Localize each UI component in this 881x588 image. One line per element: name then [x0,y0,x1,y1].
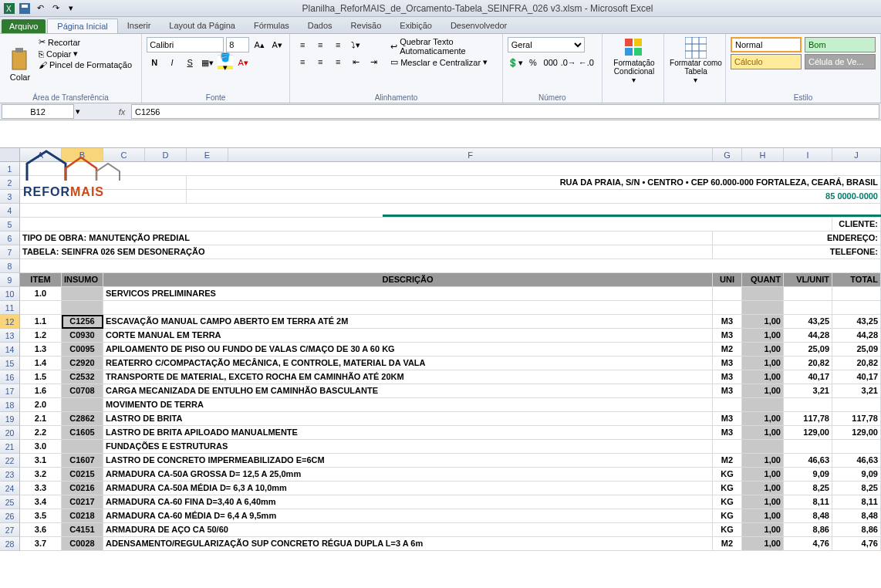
cell[interactable]: ARMADURA CA-60 FINA D=3,40 A 6,40mm [103,495,713,509]
cell[interactable]: 1,00 [742,523,784,537]
cell[interactable]: LASTRO DE CONCRETO IMPERMEABILIZADO E=6C… [103,454,713,468]
tab-desenvolvedor[interactable]: Desenvolvedor [441,19,516,33]
row-header[interactable]: 7 [0,245,20,259]
align-right-button[interactable]: ≡ [330,54,346,69]
row-header[interactable]: 18 [0,398,20,412]
cell[interactable]: C0218 [62,509,103,523]
underline-button[interactable]: S [182,55,197,70]
cell[interactable]: TRANSPORTE DE MATERIAL, EXCETO ROCHA EM … [103,370,713,384]
cell[interactable]: FUNDAÇÕES E ESTRUTURAS [103,440,713,454]
cell[interactable]: 1,00 [742,468,784,482]
cell[interactable]: ITEM [20,273,62,287]
row-header[interactable]: 24 [0,482,20,495]
cell[interactable]: 9,09 [832,468,881,482]
cell[interactable]: SERVICOS PRELIMINARES [103,287,713,301]
cell[interactable]: 2.1 [20,412,62,426]
cell[interactable]: 1.2 [20,329,62,343]
fill-color-button[interactable]: 🪣▾ [218,55,233,70]
cell[interactable]: TELEFONE: [713,245,881,259]
cell[interactable]: 1,00 [742,329,784,343]
format-as-table-button[interactable]: Formatar como Tabela▾ [669,37,723,84]
cell[interactable]: 25,09 [784,343,832,357]
cell[interactable]: ARMADURA DE AÇO CA 50/60 [103,523,713,537]
row-header[interactable]: 5 [0,218,20,231]
orientation-button[interactable]: ⤵▾ [348,37,363,52]
increase-font-button[interactable]: A▴ [251,37,267,52]
cell[interactable]: 8,11 [784,495,832,509]
row-header[interactable]: 14 [0,343,20,357]
qat-dropdown-icon[interactable]: ▾ [65,2,77,15]
name-box[interactable] [2,104,74,119]
cell[interactable]: 1.1 [20,315,62,329]
row-header[interactable]: 4 [0,204,20,218]
cell[interactable]: C2862 [62,412,103,426]
cell[interactable]: KG [713,523,742,537]
align-left-button[interactable]: ≡ [295,54,310,69]
cell[interactable] [742,301,784,315]
cell[interactable] [713,440,742,454]
cell[interactable]: 2.0 [20,398,62,412]
cell[interactable]: 3.5 [20,509,62,523]
cell[interactable]: 129,00 [832,426,881,440]
cell[interactable]: 1,00 [742,454,784,468]
cell[interactable]: 1,00 [742,537,784,551]
cell[interactable]: ESCAVAÇÃO MANUAL CAMPO ABERTO EM TERRA A… [103,315,713,329]
cell[interactable]: 3.2 [20,468,62,482]
copy-button[interactable]: ⎘Copiar ▾ [39,49,132,59]
tab-inserir[interactable]: Inserir [118,19,160,33]
cell[interactable]: CORTE MANUAL EM TERRA [103,329,713,343]
cell[interactable]: 3.0 [20,440,62,454]
cell[interactable]: M2 [713,343,742,357]
cell[interactable]: M3 [713,384,742,398]
cell[interactable]: 1.5 [20,370,62,384]
row-header[interactable]: 22 [0,454,20,468]
cell[interactable]: QUANT [742,273,784,287]
cell[interactable]: 1,00 [742,412,784,426]
decrease-indent-button[interactable]: ⇤ [348,54,363,69]
worksheet-grid[interactable]: ABCDEFGHIJ 12RUA DA PRAIA, S/N • CENTRO … [0,148,881,551]
increase-decimal-button[interactable]: .0→ [561,55,576,70]
cell[interactable] [62,301,103,315]
row-header[interactable]: 15 [0,357,20,370]
cell[interactable]: 1,00 [742,315,784,329]
cell[interactable] [784,398,832,412]
dropdown-icon[interactable]: ▾ [76,106,80,117]
font-color-button[interactable]: A▾ [235,55,251,70]
cell[interactable]: 8,86 [832,523,881,537]
cell[interactable] [832,287,881,301]
increase-indent-button[interactable]: ⇥ [366,54,381,69]
style-calculation[interactable]: Cálculo [731,54,802,69]
cell[interactable]: 117,78 [784,412,832,426]
save-icon[interactable] [19,2,31,15]
bold-button[interactable]: N [147,55,162,70]
cell[interactable]: 9,09 [784,468,832,482]
row-header[interactable]: 23 [0,468,20,482]
cell[interactable]: ARMADURA CA-50A GROSSA D= 12,5 A 25,0mm [103,468,713,482]
cell[interactable]: 8,11 [832,495,881,509]
cell[interactable] [784,301,832,315]
cell[interactable]: KG [713,495,742,509]
cell[interactable]: C1605 [62,426,103,440]
number-format-select[interactable]: Geral [508,37,585,52]
redo-icon[interactable]: ↷ [49,2,62,15]
cell[interactable] [713,287,742,301]
cell[interactable]: APILOAMENTO DE PISO OU FUNDO DE VALAS C/… [103,343,713,357]
cell[interactable] [784,440,832,454]
cell[interactable]: C1256 [62,315,103,329]
cell[interactable] [20,259,881,273]
cell[interactable]: KG [713,482,742,495]
fx-icon[interactable]: fx [114,107,130,117]
cell[interactable] [742,287,784,301]
cell[interactable]: 129,00 [784,426,832,440]
cell[interactable]: 8,48 [784,509,832,523]
row-header[interactable]: 3 [0,190,20,204]
cell[interactable] [832,301,881,315]
cell[interactable]: C0028 [62,537,103,551]
cell[interactable]: ARMADURA CA-50A MÉDIA D= 6,3 A 10,0mm [103,482,713,495]
col-header-F[interactable]: F [228,148,713,161]
cut-button[interactable]: ✂Recortar [39,37,132,47]
row-header[interactable]: 10 [0,287,20,301]
cell[interactable]: CLIENTE: [832,218,881,231]
cell[interactable]: 4,76 [784,537,832,551]
row-header[interactable]: 19 [0,412,20,426]
